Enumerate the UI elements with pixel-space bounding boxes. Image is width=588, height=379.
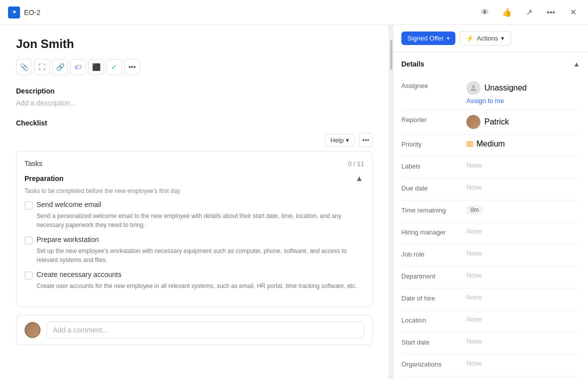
department-row: Department None xyxy=(401,266,580,288)
comment-box: Add a comment... xyxy=(16,315,373,345)
assignee-display: Unassigned xyxy=(466,81,527,95)
labels-label: Labels xyxy=(401,162,466,170)
start-date-label: Start date xyxy=(401,338,466,346)
hiring-manager-row: Hiring manager None xyxy=(401,222,580,244)
task-row: Prepare workstation xyxy=(25,236,364,244)
status-button[interactable]: Signed Offer ▾ xyxy=(401,32,455,45)
more-options-icon[interactable]: ••• xyxy=(544,6,558,20)
help-button[interactable]: Help ▾ xyxy=(325,134,355,146)
actions-button[interactable]: ⚡ Actions ▾ xyxy=(459,31,511,46)
main-content: Jon Smith 📎 ⛶ 🔗 🏷 ⬛ ✓ ••• Description Ad… xyxy=(0,25,588,379)
time-remaining-row: Time remaining 0m xyxy=(401,200,580,222)
checklist-more-button[interactable]: ••• xyxy=(359,133,373,147)
tasks-count: 0 / 11 xyxy=(348,160,364,168)
status-label: Signed Offer xyxy=(407,34,444,42)
assign-to-me-link[interactable]: Assign to me xyxy=(466,97,527,104)
hiring-manager-label: Hiring manager xyxy=(401,228,466,236)
assignee-avatar xyxy=(466,81,480,95)
more-toolbar-button[interactable]: ••• xyxy=(124,59,140,75)
labels-value: None xyxy=(466,162,580,169)
check-button[interactable]: ✓ xyxy=(106,59,122,75)
date-of-hire-row: Date of hire None xyxy=(401,288,580,310)
labels-row: Labels None xyxy=(401,156,580,178)
status-chevron-icon: ▾ xyxy=(447,36,449,41)
time-remaining-label: Time remaining xyxy=(401,206,466,214)
help-label: Help xyxy=(330,136,344,144)
task-checkbox[interactable] xyxy=(25,236,33,244)
app-logo: ✦ xyxy=(8,6,20,18)
assignee-row: Assignee Unassigned Assign to me xyxy=(401,76,580,110)
department-value: None xyxy=(466,272,580,279)
task-item: Prepare workstation Set up the new emplo… xyxy=(25,236,364,264)
checklist-toolbar: Help ▾ ••• xyxy=(16,133,373,147)
reporter-avatar xyxy=(466,115,480,129)
start-date-value: None xyxy=(466,338,580,345)
description-input[interactable]: Add a description... xyxy=(16,99,373,107)
task-description: Create user accounts for the new employe… xyxy=(37,282,364,290)
preparation-title: Preparation xyxy=(25,174,64,182)
organizations-value: None xyxy=(466,360,580,367)
organizations-row: Organizations None xyxy=(401,354,580,376)
details-collapse-icon[interactable]: ▲ xyxy=(573,60,580,68)
thumbs-up-icon[interactable]: 👍 xyxy=(500,6,514,20)
right-panel-header: Signed Offer ▾ ⚡ Actions ▾ xyxy=(393,25,588,52)
location-row: Location None xyxy=(401,310,580,332)
description-label: Description xyxy=(16,87,373,95)
date-of-hire-value: None xyxy=(466,294,580,301)
topbar: ✦ EO-2 👁 👍 ↗ ••• ✕ xyxy=(0,0,588,25)
priority-text: Medium xyxy=(476,140,505,148)
task-title: Create necessary accounts xyxy=(37,270,122,278)
task-checkbox[interactable] xyxy=(25,272,33,280)
task-description: Send a personalized welcome email to the… xyxy=(37,212,364,230)
watch-icon[interactable]: 👁 xyxy=(478,6,492,20)
actions-chevron-icon: ▾ xyxy=(501,34,504,42)
details-section: Details ▲ Assignee Unassigned Assign to … xyxy=(393,52,588,379)
hierarchy-button[interactable]: ⛶ xyxy=(34,59,50,75)
task-title: Prepare workstation xyxy=(37,236,99,244)
scroll-thumb xyxy=(390,40,392,70)
actions-icon: ⚡ xyxy=(466,34,474,42)
right-panel: Signed Offer ▾ ⚡ Actions ▾ Details ▲ Ass… xyxy=(393,25,588,379)
close-icon[interactable]: ✕ xyxy=(566,6,580,20)
unassigned-label: Unassigned xyxy=(484,84,527,92)
location-value: None xyxy=(466,316,580,323)
share-icon[interactable]: ↗ xyxy=(522,6,536,20)
link-button[interactable]: 🔗 xyxy=(52,59,68,75)
collapse-button[interactable]: ▲ xyxy=(354,174,364,184)
priority-value: Medium xyxy=(466,140,505,148)
organizations-label: Organizations xyxy=(401,360,466,368)
tag-button[interactable]: 🏷 xyxy=(70,59,86,75)
preparation-header: Preparation ▲ xyxy=(25,174,364,184)
task-title: Send welcome email xyxy=(37,200,101,208)
attachment-button[interactable]: 📎 xyxy=(16,59,32,75)
reporter-value: Patrick xyxy=(466,115,509,129)
task-checkbox[interactable] xyxy=(25,202,33,210)
priority-label: Priority xyxy=(401,140,466,148)
logo-text: ✦ xyxy=(12,9,17,16)
topbar-right: 👁 👍 ↗ ••• ✕ xyxy=(478,6,580,20)
task-row: Send welcome email xyxy=(25,200,364,210)
actions-label: Actions xyxy=(477,34,498,42)
task-description: Set up the new employee's workstation wi… xyxy=(37,246,364,264)
location-label: Location xyxy=(401,316,466,324)
page-title: Jon Smith xyxy=(16,37,373,51)
job-role-value: None xyxy=(466,250,580,257)
assignee-label: Assignee xyxy=(401,81,466,90)
priority-row: Priority Medium xyxy=(401,134,580,156)
preparation-group: Preparation ▲ Tasks to be completed befo… xyxy=(25,174,364,290)
assignee-value: Unassigned Assign to me xyxy=(466,81,527,104)
reporter-name: Patrick xyxy=(484,118,509,126)
comment-input[interactable]: Add a comment... xyxy=(47,322,364,338)
checklist-label: Checklist xyxy=(16,119,373,127)
details-title: Details xyxy=(401,60,424,68)
topbar-left: ✦ EO-2 xyxy=(8,6,41,18)
apps-button[interactable]: ⬛ xyxy=(88,59,104,75)
user-avatar xyxy=(25,322,41,338)
left-panel: Jon Smith 📎 ⛶ 🔗 🏷 ⬛ ✓ ••• Description Ad… xyxy=(0,25,389,379)
due-date-label: Due date xyxy=(401,184,466,192)
department-label: Department xyxy=(401,272,466,280)
time-remaining-badge: 0m xyxy=(466,206,483,214)
tasks-header: Tasks 0 / 11 xyxy=(25,160,364,168)
task-item: Send welcome email Send a personalized w… xyxy=(25,200,364,230)
hiring-manager-value: None xyxy=(466,228,580,235)
